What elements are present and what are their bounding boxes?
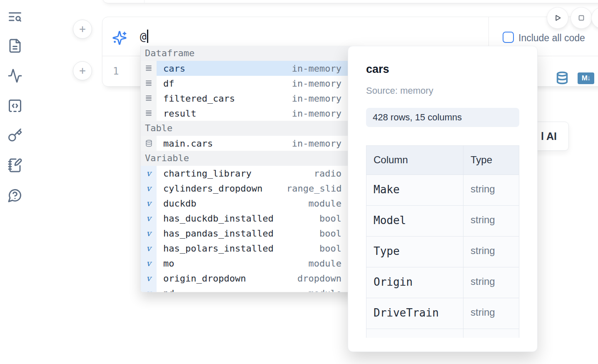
item-type: dropdown <box>287 273 341 284</box>
autocomplete-item-has_duckdb_installed[interactable]: vhas_duckdb_installedbool <box>141 211 358 226</box>
item-name: result <box>157 108 196 119</box>
sparkles-icon <box>112 30 127 45</box>
variable-icon: v <box>146 228 151 238</box>
schema-cell-column: Type <box>366 237 463 267</box>
autocomplete-item-pd[interactable]: vpdmodule <box>141 286 358 292</box>
autocomplete-item-cylinders_dropdown[interactable]: vcylinders_dropdownrange_slider <box>141 181 358 196</box>
item-type: bool <box>287 228 341 239</box>
variable-icon: v <box>141 181 157 196</box>
file-icon[interactable] <box>7 38 22 53</box>
schema-row <box>366 329 519 338</box>
dataframe-icon <box>141 76 157 91</box>
autocomplete-item-mo[interactable]: vmomodule <box>141 256 358 271</box>
item-type: module <box>287 288 341 293</box>
schema-cell-type: Type <box>463 145 519 175</box>
include-all-code-label: Include all code <box>518 32 585 44</box>
item-type: bool <box>287 213 341 224</box>
schema-table-wrap: ColumnTypeMakestringModelstringTypestrin… <box>366 145 520 338</box>
variable-icon: v <box>146 183 151 193</box>
markdown-icon[interactable]: M↓ <box>578 72 594 84</box>
schema-cell-column: Origin <box>366 267 463 298</box>
line-number: 1 <box>113 65 119 77</box>
variable-icon: v <box>146 198 151 208</box>
schema-cell-type: string <box>463 298 519 329</box>
autocomplete-item-filtered_cars[interactable]: filtered_carsin-memory <box>141 91 358 106</box>
item-name: charting_library <box>157 168 252 179</box>
database-icon[interactable] <box>555 71 569 85</box>
schema-cell-type: string <box>463 175 519 206</box>
autocomplete-item-cars[interactable]: carsin-memory <box>141 61 358 76</box>
schema-cell-column: DriveTrain <box>366 298 463 329</box>
stop-button[interactable] <box>571 7 592 28</box>
prompt-value: @ <box>140 30 147 43</box>
previous-cell <box>102 0 598 3</box>
variable-icon: v <box>146 243 151 253</box>
item-name: duckdb <box>157 198 196 209</box>
variable-icon: v <box>146 213 151 223</box>
autocomplete-item-charting_library[interactable]: vcharting_libraryradio <box>141 166 358 181</box>
table-icon <box>141 136 157 151</box>
schema-row: Makestring <box>366 175 519 206</box>
list-search-icon[interactable] <box>7 9 22 24</box>
item-type: range_slider <box>287 183 341 194</box>
preview-title: cars <box>366 63 389 76</box>
notebook-pen-icon[interactable] <box>7 158 22 173</box>
dataframe-rows-icon <box>144 94 153 102</box>
include-all-code-checkbox[interactable] <box>503 32 514 43</box>
item-name: has_polars_installed <box>157 243 274 254</box>
autocomplete-item-df[interactable]: dfin-memory <box>141 76 358 91</box>
item-type: module <box>287 198 341 209</box>
item-type: in-memory <box>287 63 341 74</box>
gutter-divider <box>144 0 145 3</box>
add-cell-button-bottom[interactable]: + <box>73 61 92 80</box>
item-name: mo <box>157 258 174 269</box>
dataframe-icon <box>141 106 157 121</box>
item-type: in-memory <box>287 78 341 89</box>
autocomplete-item-has_polars_installed[interactable]: vhas_polars_installedbool <box>141 241 358 256</box>
item-type: module <box>287 258 341 269</box>
variable-icon: v <box>146 258 151 268</box>
schema-table: ColumnTypeMakestringModelstringTypestrin… <box>366 145 519 338</box>
code-square-icon[interactable] <box>7 98 22 113</box>
item-type: in-memory <box>287 108 341 119</box>
item-name: cylinders_dropdown <box>157 183 262 194</box>
autocomplete-item-has_pandas_installed[interactable]: vhas_pandas_installedbool <box>141 226 358 241</box>
schema-cell-column <box>366 329 463 338</box>
autocomplete-item-result[interactable]: resultin-memory <box>141 106 358 121</box>
dataframe-icon <box>141 61 157 76</box>
item-name: df <box>157 78 174 89</box>
schema-cell-column: Model <box>366 206 463 237</box>
schema-row: Typestring <box>366 237 519 267</box>
autocomplete-section-dataframe: Dataframe <box>141 46 358 61</box>
key-icon[interactable] <box>7 128 22 143</box>
autocomplete-list: Dataframecarsin-memorydfin-memoryfiltere… <box>141 46 358 292</box>
schema-cell-type <box>463 329 519 338</box>
item-name: origin_dropdown <box>157 273 246 284</box>
schema-row: DriveTrainstring <box>366 298 519 329</box>
activity-icon[interactable] <box>7 68 22 83</box>
schema-cell-column: Make <box>366 175 463 206</box>
item-name: filtered_cars <box>157 93 235 104</box>
variable-icon: v <box>141 271 157 286</box>
preview-shape-badge: 428 rows, 15 columns <box>366 108 519 127</box>
autocomplete-item-origin_dropdown[interactable]: vorigin_dropdowndropdown <box>141 271 358 286</box>
variable-icon: v <box>141 256 157 271</box>
add-cell-button-top[interactable]: + <box>73 20 92 39</box>
variable-icon: v <box>141 241 157 256</box>
run-cell-button[interactable] <box>547 7 568 28</box>
dataframe-preview-panel: cars Source: memory 428 rows, 15 columns… <box>348 46 538 352</box>
autocomplete-item-duckdb[interactable]: vduckdbmodule <box>141 196 358 211</box>
item-type: bool <box>287 243 341 254</box>
help-chat-icon[interactable] <box>7 188 22 203</box>
dataframe-rows-icon <box>144 64 153 72</box>
autocomplete-item-main.cars[interactable]: main.carsin-memory <box>141 136 358 151</box>
dataframe-rows-icon <box>144 79 153 87</box>
variable-icon: v <box>141 211 157 226</box>
schema-cell-type: string <box>463 206 519 237</box>
schema-cell-type: string <box>463 237 519 267</box>
ai-prompt-input[interactable]: @ <box>140 30 148 43</box>
text-caret <box>147 30 148 43</box>
table-database-icon <box>145 139 153 147</box>
variable-icon: v <box>141 226 157 241</box>
variable-icon: v <box>141 166 157 181</box>
